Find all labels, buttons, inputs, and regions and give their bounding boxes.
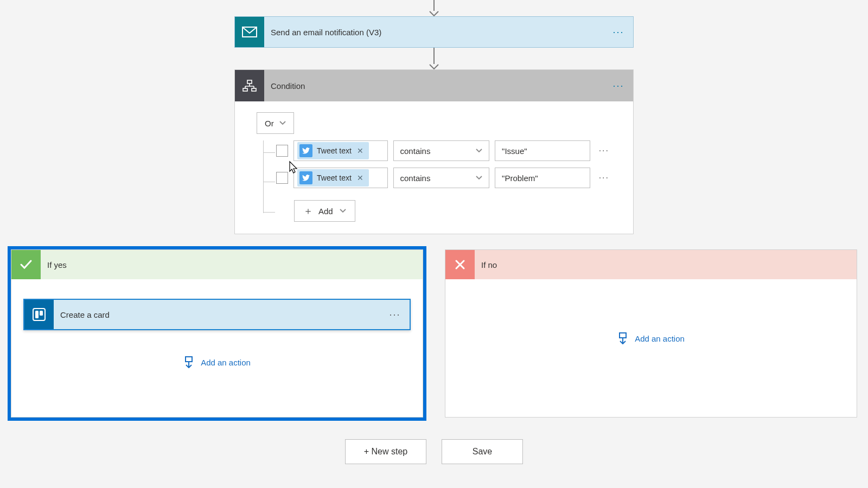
token-tweet-text[interactable]: Tweet text ✕	[297, 169, 369, 187]
ellipsis-icon[interactable]: ···	[596, 146, 612, 156]
value-text: "Problem"	[502, 174, 538, 183]
ellipsis-icon[interactable]: ···	[596, 173, 612, 183]
svg-rect-1	[247, 80, 252, 84]
condition-value-input[interactable]: "Problem"	[495, 168, 590, 188]
token-label: Tweet text	[317, 174, 352, 182]
chevron-down-icon	[340, 209, 346, 213]
operator-label: contains	[400, 146, 431, 156]
group-operator-dropdown[interactable]: Or	[257, 112, 294, 134]
row-checkbox[interactable]	[276, 172, 288, 184]
branch-content: Add an action	[445, 279, 857, 358]
condition-operator-dropdown[interactable]: contains	[393, 168, 490, 188]
condition-body: Or	[235, 101, 633, 234]
condition-rows: Tweet text ✕ contains "Issue"	[256, 140, 612, 222]
check-icon	[11, 250, 41, 279]
add-action-button[interactable]: Add an action	[457, 332, 845, 344]
condition-icon	[235, 70, 264, 101]
chevron-down-icon	[476, 149, 482, 153]
twitter-icon	[299, 171, 312, 184]
branch-title: If yes	[41, 260, 67, 269]
step-send-email[interactable]: Send an email notification (V3) ···	[234, 16, 634, 48]
value-text: "Issue"	[502, 146, 527, 156]
flow-column: Send an email notification (V3) ···	[234, 0, 634, 234]
svg-rect-4	[33, 309, 45, 320]
condition-header[interactable]: Condition ···	[235, 70, 633, 101]
row-checkbox[interactable]	[276, 145, 288, 157]
trello-icon	[24, 300, 54, 329]
add-action-label: Add an action	[201, 358, 251, 367]
footer-buttons: + New step Save	[345, 439, 523, 464]
connector-arrow-top	[234, 0, 634, 16]
svg-rect-3	[252, 88, 256, 91]
group-operator-label: Or	[265, 119, 274, 128]
add-condition-button[interactable]: ＋ Add	[294, 200, 355, 222]
twitter-icon	[299, 144, 312, 157]
chevron-down-icon	[476, 176, 482, 180]
ellipsis-icon[interactable]: ···	[604, 80, 633, 92]
chevron-down-icon	[279, 121, 286, 125]
token-remove-icon[interactable]: ✕	[356, 174, 365, 182]
token-remove-icon[interactable]: ✕	[356, 146, 365, 155]
flow-designer-canvas: Send an email notification (V3) ···	[0, 0, 868, 488]
svg-rect-2	[243, 88, 247, 91]
operator-label: contains	[400, 174, 431, 183]
add-label: Add	[318, 207, 333, 216]
branch-header-yes[interactable]: If yes	[11, 250, 423, 279]
plus-icon: ＋	[303, 204, 313, 217]
new-step-button[interactable]: + New step	[345, 439, 426, 464]
step-title: Send an email notification (V3)	[264, 28, 604, 37]
condition-field-left[interactable]: Tweet text ✕	[293, 140, 388, 161]
branch-title: If no	[475, 260, 497, 269]
ellipsis-icon[interactable]: ···	[380, 309, 410, 320]
ellipsis-icon[interactable]: ···	[604, 17, 633, 47]
add-action-button[interactable]: Add an action	[23, 356, 411, 368]
new-step-label: + New step	[364, 447, 407, 457]
save-label: Save	[473, 447, 492, 457]
action-title: Create a card	[54, 310, 380, 319]
svg-rect-6	[40, 311, 43, 316]
branch-header-no[interactable]: If no	[445, 250, 857, 279]
condition-field-left[interactable]: Tweet text ✕	[293, 168, 388, 188]
step-condition[interactable]: Condition ··· Or	[234, 69, 634, 234]
save-button[interactable]: Save	[442, 439, 523, 464]
condition-value-input[interactable]: "Issue"	[495, 140, 590, 161]
token-label: Tweet text	[317, 146, 352, 155]
branch-if-no: If no Add an action	[445, 249, 857, 418]
condition-row: Tweet text ✕ contains "Issue"	[276, 140, 612, 161]
token-tweet-text[interactable]: Tweet text ✕	[297, 142, 369, 159]
branch-content: Create a card ··· Add an action	[11, 279, 423, 382]
close-icon	[445, 250, 475, 279]
condition-title: Condition	[264, 81, 604, 91]
condition-row: Tweet text ✕ contains "Problem"	[276, 168, 612, 188]
add-action-label: Add an action	[635, 334, 685, 343]
connector-arrow-mid	[234, 48, 634, 69]
condition-branches: If yes Create a card ··· Add an a	[11, 249, 857, 418]
condition-operator-dropdown[interactable]: contains	[393, 140, 490, 161]
svg-rect-8	[620, 333, 626, 338]
svg-rect-5	[35, 311, 39, 318]
mail-icon	[235, 17, 264, 47]
svg-rect-7	[186, 357, 192, 362]
branch-if-yes: If yes Create a card ··· Add an a	[11, 249, 423, 418]
action-create-card[interactable]: Create a card ···	[23, 299, 411, 330]
